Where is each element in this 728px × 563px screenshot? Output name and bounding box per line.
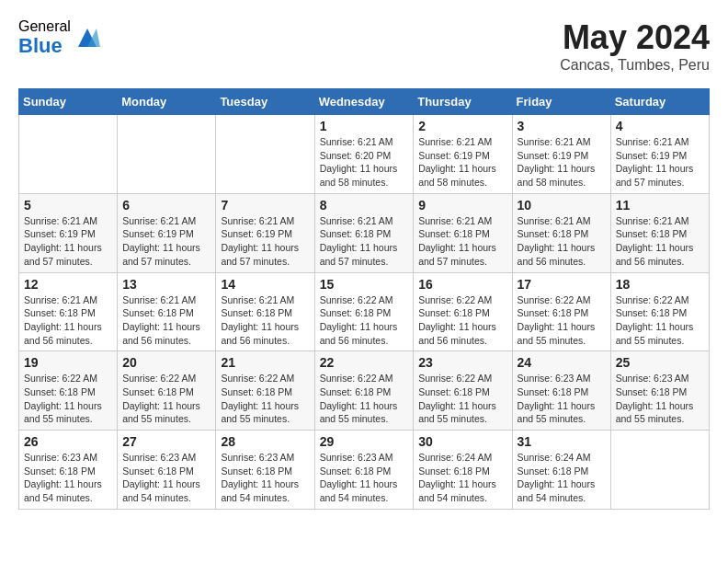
day-number: 19 <box>24 355 112 370</box>
day-cell: 17Sunrise: 6:22 AMSunset: 6:18 PMDayligh… <box>512 272 610 351</box>
day-number: 16 <box>418 277 506 292</box>
day-info: Sunrise: 6:21 AMSunset: 6:18 PMDaylight:… <box>418 214 506 269</box>
day-number: 12 <box>24 277 112 292</box>
day-info: Sunrise: 6:21 AMSunset: 6:18 PMDaylight:… <box>320 214 409 269</box>
title-block: May 2024 Cancas, Tumbes, Peru <box>560 18 710 74</box>
day-cell: 9Sunrise: 6:21 AMSunset: 6:18 PMDaylight… <box>414 193 512 272</box>
day-number: 31 <box>518 434 606 449</box>
day-cell: 4Sunrise: 6:21 AMSunset: 6:19 PMDaylight… <box>610 115 709 194</box>
day-info: Sunrise: 6:22 AMSunset: 6:18 PMDaylight:… <box>221 372 309 426</box>
day-number: 1 <box>320 119 409 133</box>
day-cell: 30Sunrise: 6:24 AMSunset: 6:18 PMDayligh… <box>414 431 512 510</box>
week-row-3: 12Sunrise: 6:21 AMSunset: 6:18 PMDayligh… <box>19 272 710 351</box>
day-info: Sunrise: 6:22 AMSunset: 6:18 PMDaylight:… <box>24 372 112 426</box>
day-number: 26 <box>24 434 112 449</box>
logo-icon <box>74 25 100 51</box>
day-info: Sunrise: 6:22 AMSunset: 6:18 PMDaylight:… <box>122 372 210 426</box>
day-info: Sunrise: 6:22 AMSunset: 6:18 PMDaylight:… <box>616 293 704 348</box>
weekday-header-sunday: Sunday <box>19 89 118 115</box>
day-cell: 21Sunrise: 6:22 AMSunset: 6:18 PMDayligh… <box>216 351 314 431</box>
day-number: 20 <box>122 355 210 370</box>
day-number: 7 <box>221 198 309 213</box>
day-number: 3 <box>518 119 606 133</box>
week-row-4: 19Sunrise: 6:22 AMSunset: 6:18 PMDayligh… <box>19 351 710 431</box>
day-info: Sunrise: 6:21 AMSunset: 6:19 PMDaylight:… <box>518 135 606 190</box>
week-row-2: 5Sunrise: 6:21 AMSunset: 6:19 PMDaylight… <box>19 193 710 272</box>
day-number: 22 <box>320 355 409 370</box>
day-info: Sunrise: 6:23 AMSunset: 6:18 PMDaylight:… <box>221 451 309 505</box>
day-info: Sunrise: 6:21 AMSunset: 6:20 PMDaylight:… <box>320 135 409 190</box>
day-info: Sunrise: 6:22 AMSunset: 6:18 PMDaylight:… <box>418 372 506 426</box>
week-row-1: 1Sunrise: 6:21 AMSunset: 6:20 PMDaylight… <box>19 115 710 194</box>
day-number: 15 <box>320 277 409 292</box>
day-cell: 16Sunrise: 6:22 AMSunset: 6:18 PMDayligh… <box>414 272 512 351</box>
day-info: Sunrise: 6:24 AMSunset: 6:18 PMDaylight:… <box>418 451 506 505</box>
day-info: Sunrise: 6:21 AMSunset: 6:18 PMDaylight:… <box>518 214 606 269</box>
day-number: 24 <box>518 355 606 370</box>
day-cell: 5Sunrise: 6:21 AMSunset: 6:19 PMDaylight… <box>19 193 118 272</box>
day-number: 21 <box>221 355 309 370</box>
day-number: 30 <box>418 434 506 449</box>
day-number: 13 <box>122 277 210 292</box>
weekday-header-row: SundayMondayTuesdayWednesdayThursdayFrid… <box>19 89 710 115</box>
calendar-table: SundayMondayTuesdayWednesdayThursdayFrid… <box>18 88 710 510</box>
day-cell: 6Sunrise: 6:21 AMSunset: 6:19 PMDaylight… <box>118 193 216 272</box>
day-number: 9 <box>418 198 506 213</box>
day-info: Sunrise: 6:23 AMSunset: 6:18 PMDaylight:… <box>24 451 112 505</box>
day-cell: 20Sunrise: 6:22 AMSunset: 6:18 PMDayligh… <box>118 351 216 431</box>
weekday-header-wednesday: Wednesday <box>314 89 414 115</box>
day-number: 29 <box>320 434 409 449</box>
day-cell <box>118 115 216 194</box>
weekday-header-thursday: Thursday <box>414 89 512 115</box>
day-cell: 14Sunrise: 6:21 AMSunset: 6:18 PMDayligh… <box>216 272 314 351</box>
day-cell: 15Sunrise: 6:22 AMSunset: 6:18 PMDayligh… <box>314 272 414 351</box>
day-number: 18 <box>616 277 704 292</box>
day-cell: 29Sunrise: 6:23 AMSunset: 6:18 PMDayligh… <box>314 431 414 510</box>
day-info: Sunrise: 6:23 AMSunset: 6:18 PMDaylight:… <box>122 451 210 505</box>
weekday-header-saturday: Saturday <box>610 89 709 115</box>
day-cell: 19Sunrise: 6:22 AMSunset: 6:18 PMDayligh… <box>19 351 118 431</box>
day-info: Sunrise: 6:21 AMSunset: 6:18 PMDaylight:… <box>122 293 210 348</box>
day-cell: 23Sunrise: 6:22 AMSunset: 6:18 PMDayligh… <box>414 351 512 431</box>
page-header: General Blue May 2024 Cancas, Tumbes, Pe… <box>18 18 710 74</box>
week-row-5: 26Sunrise: 6:23 AMSunset: 6:18 PMDayligh… <box>19 431 710 510</box>
day-number: 2 <box>418 119 506 133</box>
day-info: Sunrise: 6:24 AMSunset: 6:18 PMDaylight:… <box>518 451 606 505</box>
day-info: Sunrise: 6:21 AMSunset: 6:19 PMDaylight:… <box>418 135 506 190</box>
day-cell: 12Sunrise: 6:21 AMSunset: 6:18 PMDayligh… <box>19 272 118 351</box>
day-number: 14 <box>221 277 309 292</box>
day-cell <box>216 115 314 194</box>
day-info: Sunrise: 6:21 AMSunset: 6:18 PMDaylight:… <box>24 293 112 348</box>
day-number: 10 <box>518 198 606 213</box>
day-number: 4 <box>616 119 704 133</box>
day-number: 11 <box>616 198 704 213</box>
day-number: 17 <box>518 277 606 292</box>
day-info: Sunrise: 6:23 AMSunset: 6:18 PMDaylight:… <box>518 372 606 426</box>
day-number: 28 <box>221 434 309 449</box>
day-info: Sunrise: 6:21 AMSunset: 6:19 PMDaylight:… <box>122 214 210 269</box>
day-cell: 8Sunrise: 6:21 AMSunset: 6:18 PMDaylight… <box>314 193 414 272</box>
day-cell: 3Sunrise: 6:21 AMSunset: 6:19 PMDaylight… <box>512 115 610 194</box>
day-number: 5 <box>24 198 112 213</box>
day-info: Sunrise: 6:21 AMSunset: 6:19 PMDaylight:… <box>24 214 112 269</box>
day-info: Sunrise: 6:22 AMSunset: 6:18 PMDaylight:… <box>418 293 506 348</box>
day-cell <box>610 431 709 510</box>
day-cell: 1Sunrise: 6:21 AMSunset: 6:20 PMDaylight… <box>314 115 414 194</box>
day-cell: 2Sunrise: 6:21 AMSunset: 6:19 PMDaylight… <box>414 115 512 194</box>
day-cell: 11Sunrise: 6:21 AMSunset: 6:18 PMDayligh… <box>610 193 709 272</box>
day-info: Sunrise: 6:21 AMSunset: 6:18 PMDaylight:… <box>221 293 309 348</box>
day-cell: 22Sunrise: 6:22 AMSunset: 6:18 PMDayligh… <box>314 351 414 431</box>
weekday-header-friday: Friday <box>512 89 610 115</box>
day-number: 27 <box>122 434 210 449</box>
day-cell: 31Sunrise: 6:24 AMSunset: 6:18 PMDayligh… <box>512 431 610 510</box>
day-cell: 25Sunrise: 6:23 AMSunset: 6:18 PMDayligh… <box>610 351 709 431</box>
day-number: 25 <box>616 355 704 370</box>
day-cell: 26Sunrise: 6:23 AMSunset: 6:18 PMDayligh… <box>19 431 118 510</box>
location: Cancas, Tumbes, Peru <box>560 57 710 74</box>
day-number: 8 <box>320 198 409 213</box>
day-info: Sunrise: 6:22 AMSunset: 6:18 PMDaylight:… <box>518 293 606 348</box>
day-info: Sunrise: 6:23 AMSunset: 6:18 PMDaylight:… <box>320 451 409 505</box>
day-info: Sunrise: 6:23 AMSunset: 6:18 PMDaylight:… <box>616 372 704 426</box>
day-info: Sunrise: 6:21 AMSunset: 6:19 PMDaylight:… <box>221 214 309 269</box>
day-cell <box>19 115 118 194</box>
